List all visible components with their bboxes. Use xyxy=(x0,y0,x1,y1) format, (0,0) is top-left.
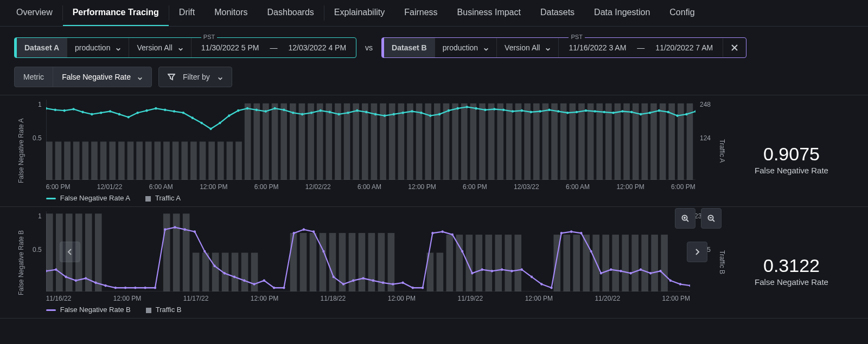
svg-point-219 xyxy=(283,287,285,289)
svg-rect-178 xyxy=(475,235,482,291)
svg-point-96 xyxy=(264,110,266,113)
svg-point-238 xyxy=(471,272,473,275)
svg-rect-57 xyxy=(560,103,567,180)
dataset-b-env-dropdown[interactable]: production xyxy=(435,38,496,57)
dataset-a-label: Dataset A xyxy=(15,38,67,57)
timezone-label: PST xyxy=(201,34,217,40)
dataset-a-date-range[interactable]: PST 11/30/2022 5 PM — 12/03/2022 4 PM xyxy=(191,38,356,57)
tab-monitors[interactable]: Monitors xyxy=(205,0,257,26)
tab-config[interactable]: Config xyxy=(660,0,704,26)
svg-rect-48 xyxy=(479,103,486,180)
metric-filter-bar: Metric False Negative Rate Filter by xyxy=(0,63,868,95)
svg-rect-49 xyxy=(488,103,495,180)
svg-rect-172 xyxy=(387,233,394,291)
svg-rect-19 xyxy=(218,141,224,180)
timezone-label: PST xyxy=(569,34,584,40)
vs-label: vs xyxy=(362,43,376,52)
svg-point-129 xyxy=(566,112,569,114)
svg-rect-2 xyxy=(64,141,71,180)
svg-rect-193 xyxy=(651,235,658,291)
svg-point-235 xyxy=(441,230,443,233)
tab-drift[interactable]: Drift xyxy=(169,0,205,26)
chart-a[interactable]: 6:00 PM12/01/226:00 AM12:00 PM6:00 PM12/… xyxy=(46,100,695,202)
svg-rect-47 xyxy=(470,103,476,180)
svg-point-211 xyxy=(203,250,206,253)
svg-point-242 xyxy=(510,270,513,272)
svg-point-95 xyxy=(255,109,257,112)
svg-rect-5 xyxy=(91,141,98,180)
svg-point-132 xyxy=(593,110,596,113)
svg-point-218 xyxy=(273,287,275,289)
zoom-out-button[interactable] xyxy=(701,208,722,229)
svg-point-111 xyxy=(401,112,404,114)
svg-rect-50 xyxy=(497,103,503,180)
summary-b: 0.3122 False Negative Rate xyxy=(729,211,854,314)
svg-point-206 xyxy=(154,287,156,289)
svg-point-108 xyxy=(374,113,376,116)
svg-rect-166 xyxy=(329,233,336,291)
svg-point-198 xyxy=(74,280,76,282)
svg-point-79 xyxy=(109,110,111,113)
tab-overview[interactable]: Overview xyxy=(7,0,62,26)
svg-rect-21 xyxy=(235,141,242,180)
legend-a: False Negative Rate A Traffic A xyxy=(46,193,695,202)
svg-point-120 xyxy=(484,109,486,112)
svg-point-81 xyxy=(127,116,129,119)
svg-rect-31 xyxy=(326,103,332,180)
svg-point-113 xyxy=(420,112,422,114)
tab-datasets[interactable]: Datasets xyxy=(531,0,584,26)
tab-dashboards[interactable]: Dashboards xyxy=(258,0,324,26)
svg-point-205 xyxy=(144,287,146,289)
svg-rect-10 xyxy=(136,141,143,180)
svg-rect-41 xyxy=(416,103,422,180)
dataset-b-date-range[interactable]: PST 11/16/2022 3 AM — 11/20/2022 7 AM xyxy=(558,38,723,57)
dataset-b-version-dropdown[interactable]: Version All xyxy=(496,38,558,57)
summary-a: 0.9075 False Negative Rate xyxy=(729,100,854,202)
zoom-out-icon xyxy=(707,215,715,222)
svg-rect-18 xyxy=(208,141,215,180)
legend-b: False Negative Rate B Traffic B xyxy=(46,304,690,314)
svg-point-197 xyxy=(65,276,67,278)
tab-data-ingestion[interactable]: Data Ingestion xyxy=(584,0,660,26)
svg-point-216 xyxy=(253,283,255,285)
metric-dropdown[interactable]: False Negative Rate xyxy=(53,67,151,87)
svg-rect-177 xyxy=(465,235,473,291)
svg-rect-22 xyxy=(245,103,251,180)
svg-rect-35 xyxy=(362,103,368,180)
tab-fairness[interactable]: Fairness xyxy=(394,0,447,26)
svg-rect-191 xyxy=(631,235,639,291)
svg-point-229 xyxy=(382,282,384,284)
x-ticks-a: 6:00 PM12/01/226:00 AM12:00 PM6:00 PM12/… xyxy=(46,180,695,193)
svg-point-258 xyxy=(669,280,671,282)
svg-point-80 xyxy=(118,113,120,116)
svg-rect-160 xyxy=(241,252,248,291)
svg-point-201 xyxy=(104,284,106,287)
dataset-a-env-dropdown[interactable]: production xyxy=(67,38,129,57)
dataset-a-version-dropdown[interactable]: Version All xyxy=(129,38,190,57)
svg-point-256 xyxy=(649,272,652,275)
svg-rect-185 xyxy=(573,235,580,291)
svg-point-94 xyxy=(246,107,248,110)
svg-point-123 xyxy=(512,110,514,113)
chevron-down-icon xyxy=(116,45,121,50)
tab-explainability[interactable]: Explainability xyxy=(324,0,394,26)
svg-point-214 xyxy=(233,276,235,278)
chart-b[interactable]: 11/16/2212:00 PM11/17/2212:00 PM11/18/22… xyxy=(46,211,690,314)
svg-point-234 xyxy=(431,232,433,235)
svg-rect-4 xyxy=(82,141,88,180)
chevron-right-icon xyxy=(693,248,701,256)
svg-point-97 xyxy=(273,107,276,110)
tab-performance-tracing[interactable]: Performance Tracing xyxy=(63,0,169,26)
svg-point-236 xyxy=(451,233,453,236)
svg-point-74 xyxy=(63,109,65,112)
svg-point-93 xyxy=(237,109,239,112)
svg-rect-26 xyxy=(280,103,287,180)
svg-point-72 xyxy=(46,107,47,110)
svg-point-254 xyxy=(629,272,631,275)
svg-rect-148 xyxy=(66,213,73,291)
remove-dataset-b-button[interactable] xyxy=(723,38,746,57)
x-ticks-b: 11/16/2212:00 PM11/17/2212:00 PM11/18/22… xyxy=(46,291,690,304)
dataset-b-label: Dataset B xyxy=(382,38,435,57)
filter-by-button[interactable]: Filter by xyxy=(158,67,232,87)
tab-business-impact[interactable]: Business Impact xyxy=(448,0,531,26)
